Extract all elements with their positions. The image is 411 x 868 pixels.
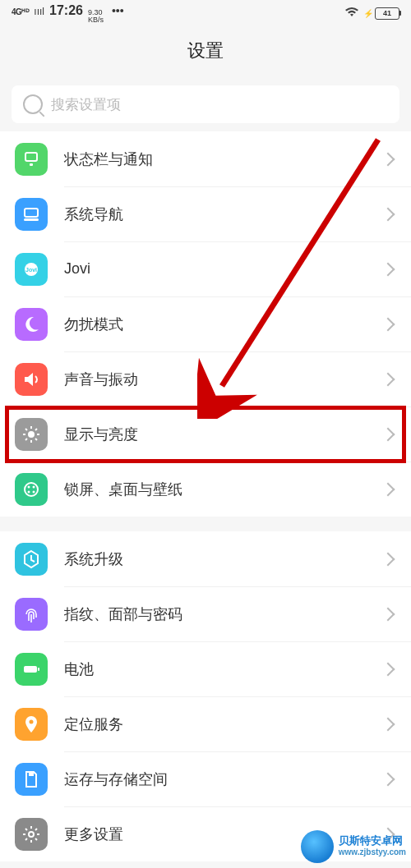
moon-icon — [15, 308, 48, 341]
navigation-icon — [15, 198, 48, 231]
svg-rect-2 — [25, 209, 38, 217]
page-title: 设置 — [187, 39, 224, 63]
row-status-notif[interactable]: 状态栏与通知 — [0, 131, 411, 186]
gear-icon — [15, 818, 48, 851]
row-display[interactable]: 显示与亮度 — [0, 406, 411, 462]
watermark-logo-icon — [301, 830, 334, 863]
wifi-icon — [345, 7, 358, 20]
svg-rect-23 — [29, 772, 34, 776]
svg-rect-21 — [38, 668, 39, 671]
signal-icon: ıııl — [34, 6, 44, 17]
fingerprint-icon — [15, 598, 48, 631]
row-label: Jovi — [64, 260, 383, 278]
row-label: 系统导航 — [64, 204, 383, 224]
location-icon — [15, 708, 48, 741]
title-bar: 设置 — [0, 26, 411, 76]
chevron-right-icon — [381, 262, 395, 276]
row-jovi[interactable]: Jovi Jovi — [0, 241, 411, 296]
group-divider — [0, 517, 411, 531]
chevron-right-icon — [381, 482, 395, 496]
svg-point-6 — [28, 431, 35, 438]
chevron-right-icon — [381, 662, 395, 676]
chevron-right-icon — [381, 427, 395, 441]
chevron-right-icon — [381, 607, 395, 621]
chevron-right-icon — [381, 552, 395, 566]
row-biometric[interactable]: 指纹、面部与密码 — [0, 586, 411, 641]
chevron-right-icon — [381, 372, 395, 386]
watermark: 贝斯特安卓网 www.zjbstyy.com — [301, 830, 406, 863]
svg-rect-0 — [25, 153, 37, 161]
watermark-line2: www.zjbstyy.com — [339, 847, 406, 858]
battery-icon — [15, 653, 48, 686]
chevron-right-icon — [381, 317, 395, 331]
status-time: 17:26 — [49, 3, 83, 18]
row-lock-wall[interactable]: 锁屏、桌面与壁纸 — [0, 462, 411, 517]
svg-point-24 — [29, 832, 34, 837]
jovi-icon: Jovi — [15, 253, 48, 286]
row-label: 指纹、面部与密码 — [64, 604, 383, 624]
svg-rect-1 — [30, 163, 33, 166]
svg-point-19 — [33, 490, 35, 493]
row-update[interactable]: 系统升级 — [0, 531, 411, 586]
brightness-icon — [15, 418, 48, 451]
watermark-line1: 贝斯特安卓网 — [339, 835, 406, 847]
row-battery[interactable]: 电池 — [0, 641, 411, 696]
charging-icon: ⚡ — [363, 9, 373, 18]
svg-rect-20 — [24, 666, 37, 673]
row-dnd[interactable]: 勿扰模式 — [0, 296, 411, 351]
svg-line-14 — [35, 429, 37, 430]
row-nav[interactable]: 系统导航 — [0, 186, 411, 241]
svg-point-22 — [30, 719, 34, 723]
battery-indicator: ⚡ 41 — [363, 7, 399, 20]
search-container: 搜索设置项 — [0, 76, 411, 131]
row-storage[interactable]: 运存与存储空间 — [0, 751, 411, 806]
svg-point-16 — [28, 485, 30, 488]
more-icon: ••• — [112, 4, 124, 17]
row-label: 系统升级 — [64, 549, 383, 569]
chevron-right-icon — [381, 152, 395, 166]
settings-group-2: 系统升级 指纹、面部与密码 电池 定位服务 运存与存储空间 更多设置 — [0, 531, 411, 861]
storage-icon — [15, 763, 48, 796]
chevron-right-icon — [381, 717, 395, 731]
svg-point-17 — [33, 485, 35, 488]
status-bar: 4Gᴴᴰ ıııl 17:26 9.30 KB/s ••• ⚡ 41 — [0, 0, 411, 26]
row-location[interactable]: 定位服务 — [0, 696, 411, 751]
update-icon — [15, 543, 48, 576]
sound-icon — [15, 363, 48, 396]
svg-rect-3 — [24, 218, 39, 221]
search-input[interactable]: 搜索设置项 — [12, 85, 399, 123]
svg-line-11 — [25, 429, 27, 430]
svg-point-18 — [28, 490, 30, 493]
svg-text:Jovi: Jovi — [25, 267, 37, 273]
chevron-right-icon — [381, 772, 395, 786]
row-label: 勿扰模式 — [64, 315, 383, 334]
row-label: 声音与振动 — [64, 370, 383, 389]
svg-line-12 — [35, 439, 37, 440]
network-type: 4Gᴴᴰ — [12, 7, 29, 16]
data-rate: 9.30 KB/s — [88, 9, 104, 24]
chevron-right-icon — [381, 207, 395, 221]
row-label: 显示与亮度 — [64, 425, 383, 444]
row-sound[interactable]: 声音与振动 — [0, 351, 411, 406]
wallpaper-icon — [15, 473, 48, 506]
search-placeholder: 搜索设置项 — [51, 95, 121, 114]
row-label: 运存与存储空间 — [64, 769, 383, 789]
settings-group-1: 状态栏与通知 系统导航 Jovi Jovi 勿扰模式 声音与振动 显示与亮度 锁… — [0, 131, 411, 517]
row-label: 定位服务 — [64, 714, 383, 734]
svg-point-15 — [25, 483, 38, 496]
notification-icon — [15, 143, 48, 176]
row-label: 锁屏、桌面与壁纸 — [64, 480, 383, 499]
search-icon — [23, 94, 43, 114]
svg-line-13 — [25, 439, 27, 440]
row-label: 电池 — [64, 659, 383, 679]
row-label: 状态栏与通知 — [64, 149, 383, 169]
